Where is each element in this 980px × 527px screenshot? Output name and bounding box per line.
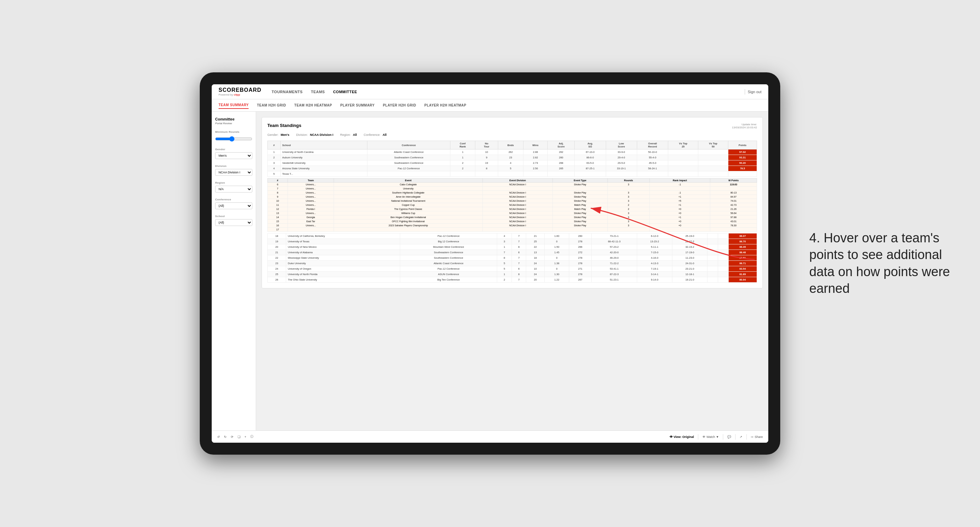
- conference-select[interactable]: (All): [215, 202, 252, 209]
- toolbar-undo[interactable]: ↺: [217, 435, 220, 439]
- vs-top-50-cell: [698, 160, 728, 166]
- bnds-cell: 23: [498, 155, 523, 160]
- points-cell[interactable]: 78.5: [728, 166, 757, 171]
- col-low-score: LowScore: [606, 141, 637, 149]
- gender-select[interactable]: Men's Women's: [215, 152, 252, 159]
- overall-record-cell: [637, 171, 668, 177]
- vs-top-25-cell: [668, 166, 698, 171]
- export-btn[interactable]: ↗: [740, 435, 742, 439]
- share-btn[interactable]: ⇨ Share: [751, 435, 763, 439]
- points-cell[interactable]: 97.02: [728, 149, 757, 155]
- sidebar-title: Committee: [215, 117, 252, 121]
- tooltip-row[interactable]: 12 Florida I The Cypress Point Classic N…: [268, 207, 757, 211]
- toolbar-copy[interactable]: ❏: [238, 435, 240, 439]
- filter-region-label: Region:: [340, 133, 351, 137]
- vs-top-50-cell: [698, 155, 728, 160]
- tooltip-col-rounds: Rounds: [608, 178, 649, 183]
- adj-score-cell: [548, 171, 575, 177]
- sidebar: Committee Portal Review Minimum Rounds G…: [212, 112, 256, 430]
- sign-out-link[interactable]: Sign out: [748, 90, 762, 94]
- feedback-btn[interactable]: 💬: [727, 435, 731, 439]
- table-row[interactable]: 18 University of California, Berkeley Pa…: [268, 233, 757, 239]
- tooltip-row[interactable]: 6 Univers... Cabo Collegiate NCAA Divisi…: [268, 183, 757, 187]
- conf-cell: Pac-12 Conference: [368, 166, 450, 171]
- tab-player-h2h-grid[interactable]: PLAYER H2H GRID: [383, 102, 416, 108]
- table-row[interactable]: 3 Vanderbilt University Southeastern Con…: [268, 160, 757, 166]
- view-original-btn[interactable]: 👁 View: Original: [670, 435, 694, 439]
- low-score-cell: 29-5-0: [606, 160, 637, 166]
- points-cell[interactable]: [728, 171, 757, 177]
- toolbar-add[interactable]: +: [245, 435, 246, 439]
- table-row[interactable]: 21 University of Alabama Southeastern Co…: [268, 250, 757, 255]
- col-vs-top-50: Vs Top50: [698, 141, 728, 149]
- conf-rank-cell: 2: [450, 160, 475, 166]
- nav-tournaments[interactable]: TOURNAMENTS: [272, 88, 303, 95]
- tooltip-row[interactable]: 8 Univers... Southern Highlands Collegia…: [268, 191, 757, 195]
- vs-top-50-cell: [698, 166, 728, 171]
- conf-cell: Atlantic Coast Conference: [368, 149, 450, 155]
- col-overall-record: OverallRecord: [637, 141, 668, 149]
- no-tour-cell: 9: [475, 155, 498, 160]
- rank-cell: 4: [268, 166, 281, 171]
- update-time: Update time: 13/03/2024 10:03:42: [732, 123, 757, 129]
- points-cell[interactable]: 90.20: [728, 160, 757, 166]
- nav-committee[interactable]: COMMITTEE: [333, 88, 357, 95]
- division-select[interactable]: NCAA Division I NCAA Division II: [215, 169, 252, 176]
- filter-row: Gender: Men's Division: NCAA Division I …: [267, 133, 757, 137]
- table-row[interactable]: 19 University of Texas Big 12 Conference…: [268, 239, 757, 244]
- filter-division-value: NCAA Division I: [310, 133, 333, 137]
- tooltip-row[interactable]: 7 Univers... University: [268, 187, 757, 191]
- tooltip-row[interactable]: 16 Univers... 2023 Sahalee Players Champ…: [268, 224, 757, 228]
- filter-conference-label: Conference:: [364, 133, 380, 137]
- conf-rank-cell: 1: [450, 149, 475, 155]
- col-conference: Conference: [368, 141, 450, 149]
- adj-score-cell: 265: [548, 166, 575, 171]
- tab-team-h2h-grid[interactable]: TEAM H2H GRID: [257, 102, 286, 108]
- tab-player-summary[interactable]: PLAYER SUMMARY: [340, 102, 375, 108]
- tooltip-row[interactable]: 15 East Tar OFCC Fighting Illini Invitat…: [268, 219, 757, 224]
- points-cell[interactable]: 93.31: [728, 155, 757, 160]
- school-select[interactable]: (All): [215, 219, 252, 226]
- toolbar-redo[interactable]: ↻: [224, 435, 227, 439]
- region-select[interactable]: N/A East: [215, 186, 252, 192]
- min-rounds-slider[interactable]: [215, 136, 252, 142]
- tooltip-row[interactable]: 10 Univers... National Invitational Tour…: [268, 199, 757, 203]
- table-row[interactable]: 24 University of Oregon Pac-12 Conferenc…: [268, 266, 757, 272]
- sidebar-title-section: Committee Portal Review: [215, 117, 252, 125]
- filter-gender: Gender: Men's: [267, 133, 289, 137]
- school-cell: Texas T...: [280, 171, 367, 177]
- toolbar-refresh[interactable]: ⟳: [231, 435, 234, 439]
- vs-top-25-cell: [668, 155, 698, 160]
- division-label: Division: [215, 165, 252, 168]
- tooltip-row[interactable]: 17: [268, 228, 757, 232]
- region-label: Region: [215, 181, 252, 184]
- annotation-text: 4. Hover over a team's points to see add…: [809, 230, 953, 297]
- tab-team-summary[interactable]: TEAM SUMMARY: [218, 102, 248, 109]
- table-row[interactable]: 26 The Ohio State University Big Ten Con…: [268, 277, 757, 283]
- report-area: Team Standings Update time: 13/03/2024 1…: [256, 112, 768, 430]
- tooltip-row[interactable]: 14 Georgia Ben Hogan Collegiate Invitati…: [268, 215, 757, 219]
- table-row[interactable]: 2 Auburn University Southeastern Confere…: [268, 155, 757, 160]
- table-row[interactable]: 22 Mississippi State University Southeas…: [268, 255, 757, 261]
- watch-btn[interactable]: 👁 Watch ▼: [702, 435, 719, 439]
- conf-cell: Southeastern Conference: [368, 160, 450, 166]
- adj-score-cell: 262: [548, 149, 575, 155]
- tooltip-row[interactable]: 11 Univers... Copper Cup NCAA Division I…: [268, 203, 757, 207]
- tooltip-col-event-division: Event Division: [482, 178, 552, 183]
- nav-teams[interactable]: TEAMS: [311, 88, 325, 95]
- table-row[interactable]: 4 Arizona State University Pac-12 Confer…: [268, 166, 757, 171]
- toolbar-info[interactable]: ⓘ: [250, 435, 253, 439]
- table-row[interactable]: 20 University of New Mexico Mountain Wes…: [268, 244, 757, 250]
- avg-sg-cell: [575, 171, 606, 177]
- table-row[interactable]: 1 University of North Carolina Atlantic …: [268, 149, 757, 155]
- tooltip-col-team: Team: [288, 178, 334, 183]
- table-row[interactable]: 5 Texas T...: [268, 171, 757, 177]
- table-row[interactable]: 23 Duke University Atlantic Coast Confer…: [268, 261, 757, 266]
- tooltip-row[interactable]: 9 Univers... Amer An Intercollegiate NCA…: [268, 195, 757, 199]
- table-row[interactable]: 25 University of North Florida ASUN Conf…: [268, 272, 757, 277]
- low-score-cell: [606, 171, 637, 177]
- tooltip-row[interactable]: 13 Univers... Williams Cup NCAA Division…: [268, 211, 757, 215]
- tab-team-h2h-heatmap[interactable]: TEAM H2H HEATMAP: [294, 102, 332, 108]
- update-time-value: 13/03/2024 10:03:42: [732, 126, 757, 129]
- tab-player-h2h-heatmap[interactable]: PLAYER H2H HEATMAP: [425, 102, 466, 108]
